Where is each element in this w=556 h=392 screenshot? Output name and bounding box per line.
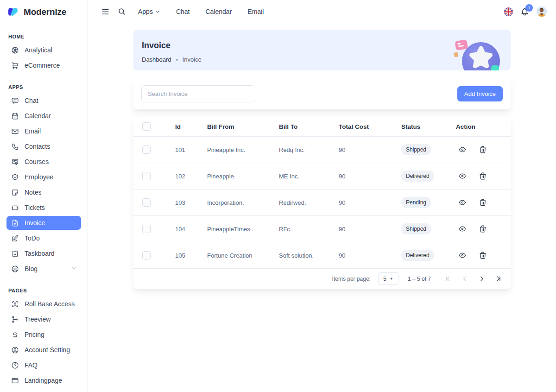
user-scan-icon [11,300,19,308]
sidebar-item-label: Invoice [25,219,45,227]
blog-icon [11,265,19,273]
header-action: Action [452,123,511,130]
sidebar-item-calendar[interactable]: Calendar [6,109,81,123]
sidebar-item-employee[interactable]: Employee [6,170,81,184]
sidebar-item-chat[interactable]: Chat [6,94,81,107]
last-page-button[interactable] [492,273,504,285]
sidebar-item-faq[interactable]: FAQ [6,358,81,372]
sidebar-item-treeview[interactable]: Treeview [6,312,81,326]
sidebar-item-roll-base-access[interactable]: Roll Base Access [6,297,81,311]
cell-bill-from: Fortune Creation [207,252,279,259]
sidebar-item-analytical[interactable]: Analytical [6,43,81,57]
cell-total-cost: 90 [339,199,401,206]
sidebar-item-label: Notes [25,189,42,196]
sidebar-item-label: Treeview [25,316,51,323]
sidebar-item-label: Contacts [25,143,50,150]
sidebar-item-label: Pricing [25,331,44,338]
topnav-apps-label: Apps [138,8,153,15]
sidebar-item-label: Employee [25,173,53,181]
row-checkbox[interactable] [142,145,151,154]
header-bill-to: Bill To [279,123,339,130]
cell-bill-to: ME Inc. [279,173,339,180]
topnav-email[interactable]: Email [241,8,270,15]
sidebar-item-account-setting[interactable]: Account Setting [6,343,81,357]
trash-icon[interactable] [476,222,489,235]
sidebar-item-courses[interactable]: Courses [6,155,81,169]
cell-total-cost: 90 [339,226,401,233]
brand-logo[interactable]: Modernize [0,0,88,17]
cell-bill-from: Incorporation. [207,199,279,206]
sidebar-item-label: FAQ [25,361,38,369]
sidebar-item-notes[interactable]: Notes [6,185,81,199]
sidebar-item-todo[interactable]: ToDo [6,231,81,245]
notifications-button[interactable]: 1 [520,7,529,16]
breadcrumb-dashboard[interactable]: Dashboard [142,56,171,63]
user-circle-icon [11,346,19,354]
trash-icon[interactable] [476,196,489,209]
chevron-down-icon [71,265,76,272]
sidebar-item-tickets[interactable]: Tickets [6,201,81,215]
sidebar-item-contacts[interactable]: Contacts [6,139,81,153]
page-size-select[interactable]: 5 ▼ [378,272,398,285]
cell-id: 105 [175,252,207,259]
row-checkbox[interactable] [142,251,151,259]
tree-icon [11,316,19,323]
app-root: Modernize HOME Analytical eCommerce APPS… [0,0,556,392]
cell-id: 103 [175,199,207,206]
trash-icon[interactable] [476,170,489,183]
sidebar-item-blog[interactable]: Blog [6,262,81,276]
sidebar-item-ecommerce[interactable]: eCommerce [6,58,81,72]
sidebar-item-invoice[interactable]: Invoice [6,216,81,230]
user-avatar[interactable] [537,6,547,17]
row-checkbox[interactable] [142,172,151,180]
help-circle-icon [11,361,19,369]
notification-badge: 1 [525,4,533,12]
cell-bill-to: Soft solution. [279,252,339,259]
sidebar-item-landingpage[interactable]: Landingpage [6,373,81,387]
view-icon[interactable] [456,143,469,156]
sidebar-item-pricing[interactable]: Pricing [6,328,81,341]
previous-page-button[interactable] [459,273,471,285]
topbar-right: 1 [504,6,547,17]
view-icon[interactable] [456,196,469,209]
row-checkbox[interactable] [142,198,151,207]
hamburger-menu-icon[interactable] [98,5,112,19]
sidebar-section-apps: APPS [8,84,88,90]
cell-bill-from: PineappleTimes . [207,226,279,233]
table-row: 104 PineappleTimes . RFc. 90 Shipped [133,216,511,242]
breadcrumb-dot [176,59,178,61]
sidebar: Modernize HOME Analytical eCommerce APPS… [0,0,88,392]
table-row: 105 Fortune Creation Soft solution. 90 D… [133,242,511,269]
browser-icon [11,377,19,385]
select-all-checkbox[interactable] [142,122,151,131]
sidebar-item-label: Account Setting [25,346,70,354]
sidebar-item-label: Taskboard [25,250,55,257]
row-checkbox[interactable] [142,225,151,233]
search-icon[interactable] [115,5,129,19]
add-invoice-button[interactable]: Add Invoice [457,86,503,101]
topnav-calendar[interactable]: Calendar [199,8,239,15]
next-page-button[interactable] [475,273,487,285]
status-badge: Shipped [401,223,431,234]
trash-icon[interactable] [476,143,489,156]
search-invoice-input[interactable] [141,85,255,102]
cart-icon [11,62,19,70]
table-row: 102 Pineapple. ME Inc. 90 Delivered [133,163,511,190]
page-range-label: 1 – 5 of 7 [408,276,431,282]
brand-name: Modernize [24,7,66,17]
trash-icon[interactable] [476,249,489,262]
invoice-table: Id Bill From Bill To Total Cost Status A… [133,117,511,289]
topnav-chat[interactable]: Chat [170,8,196,15]
view-icon[interactable] [456,249,469,262]
sidebar-item-taskboard[interactable]: Taskboard [6,247,81,260]
breadcrumb-invoice: Invoice [183,56,202,63]
view-icon[interactable] [456,222,469,235]
topnav-apps[interactable]: Apps [132,8,167,15]
view-icon[interactable] [456,170,469,183]
uk-flag-icon[interactable] [504,7,513,16]
sidebar-item-email[interactable]: Email [6,124,81,138]
sidebar-item-label: Calendar [25,112,51,120]
first-page-button[interactable] [442,273,454,285]
table-row: 103 Incorporation. Redirwed. 90 Pending [133,190,511,216]
aperture-icon [11,46,19,54]
